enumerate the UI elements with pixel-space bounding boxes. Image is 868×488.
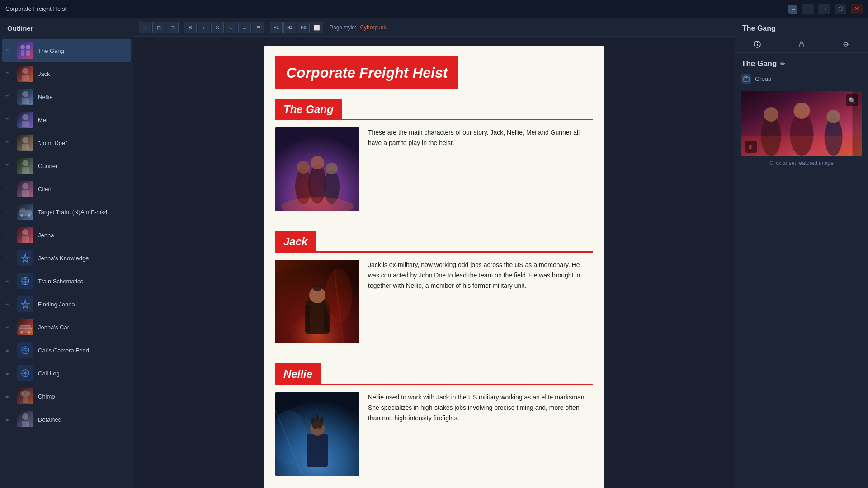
rp-type-icon	[741, 74, 751, 84]
drag-handle: ≡	[5, 301, 13, 307]
section-title-gang: The Gang	[283, 103, 334, 116]
svg-point-14	[22, 183, 28, 189]
doc-section-nellie: Nellie	[264, 363, 604, 487]
rp-tab-lock[interactable]	[779, 37, 824, 52]
close-button[interactable]: ✕	[851, 4, 863, 14]
toolbar-btn-h3[interactable]: H3	[297, 22, 310, 33]
svg-point-35	[20, 331, 23, 334]
section-text-nellie: Nellie used to work with Jack in the US …	[368, 392, 593, 423]
rp-zoom-image-button[interactable]: 🔍	[846, 94, 858, 106]
sidebar-item-camera[interactable]: ≡ Car's Camera Feed	[2, 339, 131, 361]
toolbar-btn-grid[interactable]: ⊞	[152, 22, 165, 33]
avatar-jack	[17, 66, 33, 82]
sidebar-item-finding[interactable]: ≡ Finding Jenna	[2, 293, 131, 315]
section-title-block-gang: The Gang	[275, 99, 342, 120]
avatar-gunner	[17, 158, 33, 174]
avatar-jennacar	[17, 319, 33, 335]
sidebar-item-label-client: Client	[38, 186, 53, 192]
sidebar-item-mei[interactable]: ≡ Mei	[2, 108, 131, 131]
drag-handle: ≡	[5, 255, 13, 261]
drag-handle: ≡	[5, 163, 13, 169]
rp-edit-button[interactable]: ✏	[780, 61, 785, 67]
save-button[interactable]: ⬡	[835, 4, 846, 14]
document-page: Corporate Freight Heist The Gang	[264, 46, 604, 488]
cloud-icon: ☁	[788, 5, 797, 14]
forward-button[interactable]: →	[818, 4, 830, 14]
svg-rect-15	[22, 190, 29, 197]
sidebar-item-knowledge[interactable]: ≡ Jenna's Knowledge	[2, 247, 131, 269]
document-area[interactable]: Corporate Freight Heist The Gang	[133, 37, 735, 488]
rp-featured-image[interactable]: 🗑 🔍	[741, 91, 862, 156]
avatar-train	[17, 204, 33, 220]
section-content-gang: These are the main characters of our sto…	[275, 127, 593, 211]
svg-point-8	[22, 114, 28, 120]
toolbar-btn-h1[interactable]: H1	[270, 22, 283, 33]
sidebar-item-johndoe[interactable]: ≡ "John Doe"	[2, 131, 131, 154]
section-title-block-jack: Jack	[275, 231, 316, 253]
sidebar-item-train[interactable]: ≡ Target Train: (N)Am F-mk4	[2, 201, 131, 223]
svg-point-49	[22, 413, 28, 420]
toolbar: ☰ ⊞ ⊟ B I S U ≡ ≣ H1 H2 H3 ⬜ Page style:…	[133, 18, 735, 37]
toolbar-btn-italic[interactable]: I	[198, 22, 210, 33]
toolbar-btn-bold[interactable]: B	[184, 22, 197, 33]
rp-click-label: Click to set featured image	[741, 160, 862, 166]
drag-handle: ≡	[5, 370, 13, 376]
back-button[interactable]: ←	[802, 4, 814, 14]
svg-point-40	[25, 347, 26, 348]
section-title-jack: Jack	[283, 235, 307, 248]
svg-rect-3	[26, 50, 30, 56]
section-text-jack: Jack is ex-military, now working odd job…	[368, 260, 593, 291]
sidebar-item-schematics[interactable]: ≡ Train Schematics	[2, 270, 131, 292]
drag-handle: ≡	[5, 117, 13, 123]
content-area: ☰ ⊞ ⊟ B I S U ≡ ≣ H1 H2 H3 ⬜ Page style:…	[133, 18, 735, 488]
sidebar-item-label-jennacar: Jenna's Car	[38, 324, 69, 331]
svg-point-66	[325, 269, 352, 323]
sidebar-item-gunner[interactable]: ≡ Gunner	[2, 155, 131, 177]
toolbar-btn-list[interactable]: ⊟	[166, 22, 179, 33]
sidebar-item-gang[interactable]: ≡ The Gang	[2, 39, 131, 62]
toolbar-btn-align-center[interactable]: ≣	[252, 22, 264, 33]
sidebar-item-label-knowledge: Jenna's Knowledge	[38, 255, 89, 262]
sidebar-item-chimp[interactable]: ≡ Chimp	[2, 385, 131, 408]
doc-main-title-block: Corporate Freight Heist	[275, 56, 458, 89]
sidebar-item-jennacar[interactable]: ≡ Jenna's Car	[2, 316, 131, 338]
drag-handle: ≡	[5, 70, 13, 77]
svg-point-2	[26, 45, 30, 49]
section-header-gang: The Gang	[275, 99, 593, 120]
svg-rect-78	[757, 42, 758, 43]
toolbar-btn-h2[interactable]: H2	[283, 22, 296, 33]
svg-rect-7	[22, 98, 29, 104]
rp-delete-image-button[interactable]: 🗑	[745, 141, 757, 153]
svg-point-19	[28, 214, 30, 217]
drag-handle: ≡	[5, 186, 13, 192]
sidebar-item-jenna[interactable]: ≡ Jenna	[2, 224, 131, 246]
svg-rect-21	[22, 236, 29, 243]
toolbar-btn-block[interactable]: ⬜	[311, 22, 323, 33]
sidebar-item-jack[interactable]: ≡ Jack	[2, 62, 131, 85]
rp-type-label: Group	[755, 75, 771, 82]
right-panel: The Gang The Gang ✏	[735, 18, 868, 488]
drag-handle: ≡	[5, 209, 13, 215]
section-title-nellie: Nellie	[283, 368, 312, 380]
toolbar-btn-strike[interactable]: S	[211, 22, 224, 33]
sidebar-item-detained[interactable]: ≡ Detained	[2, 408, 131, 431]
sidebar-item-nellie[interactable]: ≡ Nellie	[2, 85, 131, 108]
rp-tab-link[interactable]	[824, 37, 868, 52]
drag-handle: ≡	[5, 347, 13, 353]
rp-tab-info[interactable]	[735, 37, 779, 52]
svg-rect-50	[22, 421, 29, 427]
sidebar-item-label-nellie: Nellie	[38, 94, 53, 100]
sidebar-list: ≡ The Gang ≡	[0, 37, 133, 488]
app-title: Corporate Freight Heist	[5, 5, 784, 12]
main-layout: Outliner ≡ The Gang ≡	[0, 18, 868, 488]
svg-point-10	[22, 137, 28, 143]
sidebar-item-label-schematics: Train Schematics	[38, 278, 83, 285]
sidebar-item-calllog[interactable]: ≡ Call Log	[2, 362, 131, 385]
toolbar-btn-underline[interactable]: U	[225, 22, 237, 33]
toolbar-btn-align-left[interactable]: ≡	[238, 22, 251, 33]
svg-rect-1	[21, 50, 24, 56]
toolbar-btn-menu[interactable]: ☰	[139, 22, 151, 33]
drag-handle: ≡	[5, 232, 13, 238]
sidebar-item-client[interactable]: ≡ Client	[2, 178, 131, 200]
svg-rect-81	[744, 77, 749, 81]
